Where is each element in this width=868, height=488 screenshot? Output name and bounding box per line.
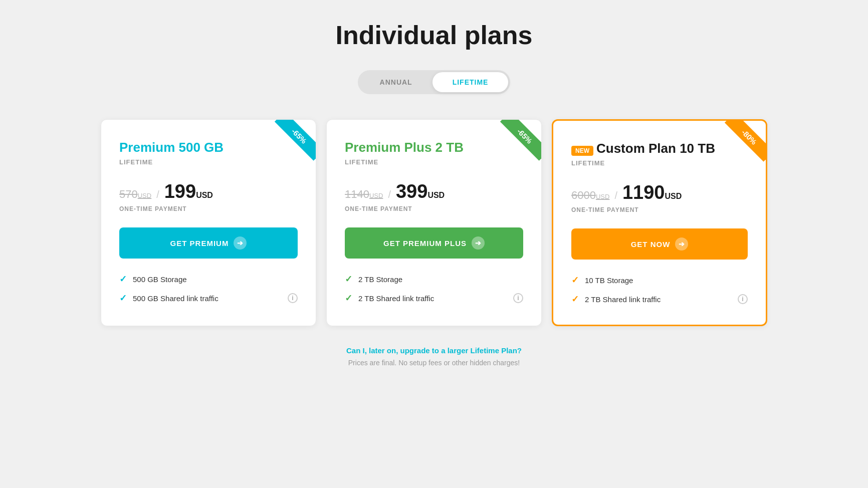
feature-traffic-premium-500: ✓ 500 GB Shared link traffic i [119,293,298,304]
feature-storage-premium-500: ✓ 500 GB Storage [119,274,298,285]
lifetime-toggle-btn[interactable]: LIFETIME [432,72,509,92]
upgrade-link[interactable]: Can I, later on, upgrade to a larger Lif… [346,346,522,355]
check-icon: ✓ [571,294,579,305]
ribbon-discount-premium-500: -65% [275,120,316,161]
current-price-premium-500: 199USD [164,181,213,202]
arrow-icon-premium-plus: ➔ [472,236,485,250]
info-icon-traffic-custom-10tb[interactable]: i [738,294,748,304]
feature-storage-premium-plus: ✓ 2 TB Storage [345,274,523,285]
payment-type-premium-plus: ONE-TIME PAYMENT [345,205,523,212]
billing-toggle: ANNUAL LIFETIME [358,70,511,94]
current-price-custom-10tb: 1190USD [622,182,682,203]
info-icon-traffic-premium-plus[interactable]: i [513,293,523,303]
check-icon: ✓ [345,274,352,285]
ribbon-premium-500: -65% [271,120,316,165]
annual-toggle-btn[interactable]: ANNUAL [360,72,432,92]
payment-type-custom-10tb: ONE-TIME PAYMENT [571,206,748,213]
arrow-icon-custom-10tb: ➔ [675,237,688,251]
cta-button-custom-10tb[interactable]: GET NOW ➔ [571,228,748,260]
payment-type-premium-500: ONE-TIME PAYMENT [119,205,298,212]
footer-section: Can I, later on, upgrade to a larger Lif… [346,346,522,367]
plan-card-premium-500: -65% Premium 500 GB LIFETIME 570USD / 19… [101,119,316,326]
ribbon-discount-custom-10tb: -80% [725,121,766,162]
new-badge: NEW [571,146,593,156]
price-row-custom-10tb: 6000USD / 1190USD [571,182,748,203]
price-row-premium-plus: 1140USD / 399USD [345,181,523,202]
feature-list-custom-10tb: ✓ 10 TB Storage ✓ 2 TB Shared link traff… [571,275,748,305]
plan-card-custom-10tb: -80% NEWCustom Plan 10 TB LIFETIME 6000U… [552,119,767,326]
original-price-premium-500: 570USD [119,188,151,201]
feature-traffic-custom-10tb: ✓ 2 TB Shared link traffic i [571,294,748,305]
check-icon: ✓ [119,293,127,304]
feature-list-premium-500: ✓ 500 GB Storage ✓ 500 GB Shared link tr… [119,274,298,304]
info-icon-traffic-premium-500[interactable]: i [288,293,298,303]
feature-list-premium-plus: ✓ 2 TB Storage ✓ 2 TB Shared link traffi… [345,274,523,304]
current-price-premium-plus: 399USD [396,181,445,202]
price-row-premium-500: 570USD / 199USD [119,181,298,202]
cta-button-premium-plus[interactable]: GET PREMIUM PLUS ➔ [345,227,523,259]
feature-storage-custom-10tb: ✓ 10 TB Storage [571,275,748,286]
check-icon: ✓ [119,274,127,285]
original-price-premium-plus: 1140USD [345,188,383,201]
ribbon-discount-premium-plus: -65% [500,120,541,161]
feature-traffic-premium-plus: ✓ 2 TB Shared link traffic i [345,293,523,304]
check-icon: ✓ [571,275,579,286]
arrow-icon-premium-500: ➔ [234,236,247,250]
plans-container: -65% Premium 500 GB LIFETIME 570USD / 19… [83,119,785,326]
ribbon-premium-plus: -65% [496,120,541,165]
check-icon: ✓ [345,293,352,304]
plan-card-premium-plus: -65% Premium Plus 2 TB LIFETIME 1140USD … [326,119,542,326]
cta-button-premium-500[interactable]: GET PREMIUM ➔ [119,227,298,259]
ribbon-custom-10tb: -80% [721,121,766,166]
page-title: Individual plans [336,20,533,50]
footer-note: Prices are final. No setup fees or other… [346,359,522,367]
original-price-custom-10tb: 6000USD [571,189,609,202]
